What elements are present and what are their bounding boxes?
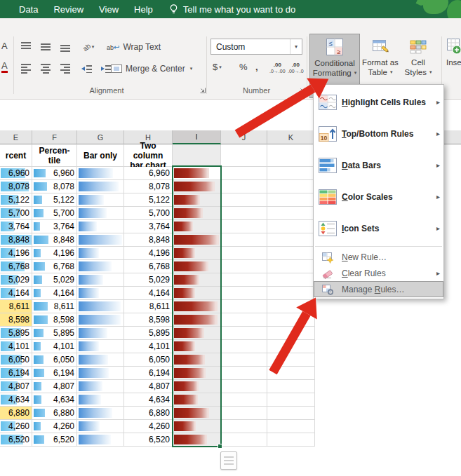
cell-two-column-value[interactable]: 5,029 (124, 273, 173, 287)
cell-percentile[interactable]: 5,895 (32, 327, 77, 340)
cell-bar-only[interactable] (77, 300, 124, 313)
cell-two-column-bar-selected[interactable] (173, 193, 221, 207)
align-center-button[interactable] (36, 60, 55, 77)
cell-percent[interactable]: 6,520 (0, 433, 32, 447)
cell-empty[interactable] (267, 367, 315, 380)
column-header-k[interactable]: K (267, 130, 315, 144)
cell-empty[interactable] (267, 180, 315, 193)
cell-bar-only[interactable] (77, 407, 124, 420)
cell-percentile[interactable]: 4,196 (32, 247, 77, 260)
merge-center-button[interactable]: Merge & Center ▾ (111, 60, 192, 77)
cell-bar-only[interactable] (77, 380, 124, 393)
cell-percentile[interactable]: 3,764 (32, 220, 77, 233)
accounting-format-button[interactable]: $▾ (213, 62, 222, 72)
cell-empty[interactable] (221, 300, 267, 313)
cell-empty[interactable] (221, 313, 267, 327)
cell-empty[interactable] (267, 247, 315, 260)
cell-percentile[interactable]: 8,598 (32, 313, 77, 327)
cell-empty[interactable] (267, 260, 315, 273)
cell-empty[interactable] (267, 300, 315, 313)
insert-cells-button[interactable]: Inse (444, 34, 461, 98)
header-two-column-bar-chart[interactable]: Two column bar chart (124, 144, 173, 167)
cell-percentile[interactable]: 4,634 (32, 393, 77, 407)
cell-percentile[interactable]: 4,164 (32, 287, 77, 300)
menu-item-color-scales[interactable]: Color Scales ▸ (314, 181, 443, 212)
cell-empty[interactable] (267, 287, 315, 300)
header-percentile[interactable]: Percen- tile (32, 144, 77, 167)
cell-percent[interactable]: 6,768 (0, 260, 32, 273)
cell-two-column-bar-selected[interactable] (173, 420, 221, 433)
cell-empty[interactable] (221, 180, 267, 193)
cell-empty[interactable] (221, 207, 267, 220)
cell-empty[interactable] (221, 193, 267, 207)
cell-percentile[interactable]: 8,611 (32, 300, 77, 313)
header-cell-k[interactable] (267, 144, 315, 167)
tab-data[interactable]: Data (11, 0, 46, 18)
menu-item-highlight-cells-rules[interactable]: Highlight Cells Rules ▸ (314, 86, 443, 118)
menu-item-new-rule[interactable]: New Rule… (314, 249, 443, 265)
cell-two-column-bar-selected[interactable] (173, 300, 221, 313)
cell-two-column-bar-selected[interactable] (173, 393, 221, 407)
cell-two-column-bar-selected[interactable] (173, 247, 221, 260)
cell-bar-only[interactable] (77, 287, 124, 300)
cell-empty[interactable] (221, 247, 267, 260)
cell-two-column-value[interactable]: 6,880 (124, 407, 173, 420)
cell-two-column-value[interactable]: 4,164 (124, 287, 173, 300)
cell-two-column-value[interactable]: 6,960 (124, 167, 173, 180)
percent-style-button[interactable]: % (239, 62, 248, 72)
cell-percent[interactable]: 4,807 (0, 380, 32, 393)
quick-analysis-button[interactable] (220, 451, 237, 470)
cell-two-column-value[interactable]: 6,194 (124, 367, 173, 380)
cell-percentile[interactable]: 8,078 (32, 180, 77, 193)
cell-percentile[interactable]: 4,260 (32, 420, 77, 433)
cell-empty[interactable] (267, 273, 315, 287)
cell-empty[interactable] (221, 327, 267, 340)
cell-empty[interactable] (267, 233, 315, 247)
column-header-e[interactable]: E (0, 130, 32, 144)
cell-two-column-value[interactable]: 4,260 (124, 420, 173, 433)
cell-bar-only[interactable] (77, 273, 124, 287)
cell-two-column-value[interactable]: 5,122 (124, 193, 173, 207)
cell-percent[interactable]: 4,164 (0, 287, 32, 300)
cell-empty[interactable] (221, 287, 267, 300)
cell-empty[interactable] (221, 380, 267, 393)
cell-empty[interactable] (267, 407, 315, 420)
cell-bar-only[interactable] (77, 247, 124, 260)
cell-two-column-bar-selected[interactable] (173, 407, 221, 420)
cell-two-column-value[interactable]: 8,848 (124, 233, 173, 247)
cell-percentile[interactable]: 5,700 (32, 207, 77, 220)
cell-bar-only[interactable] (77, 353, 124, 367)
cell-percent[interactable]: 6,960 (0, 167, 32, 180)
comma-style-button[interactable]: , (255, 62, 258, 72)
tab-help[interactable]: Help (126, 0, 161, 18)
cell-percentile[interactable]: 6,768 (32, 260, 77, 273)
cell-bar-only[interactable] (77, 233, 124, 247)
cell-two-column-value[interactable]: 6,768 (124, 260, 173, 273)
cell-empty[interactable] (267, 340, 315, 353)
menu-item-manage-rules[interactable]: Manage Rules… (314, 281, 443, 297)
cell-two-column-value[interactable]: 4,807 (124, 380, 173, 393)
cell-percent[interactable]: 6,050 (0, 353, 32, 367)
cell-percentile[interactable]: 6,194 (32, 367, 77, 380)
cell-two-column-value[interactable]: 5,895 (124, 327, 173, 340)
cell-bar-only[interactable] (77, 167, 124, 180)
cell-two-column-value[interactable]: 5,700 (124, 207, 173, 220)
cell-two-column-value[interactable]: 8,598 (124, 313, 173, 327)
cell-percent[interactable]: 3,764 (0, 220, 32, 233)
cell-empty[interactable] (267, 380, 315, 393)
cell-empty[interactable] (221, 273, 267, 287)
cell-two-column-value[interactable]: 8,611 (124, 300, 173, 313)
column-header-f[interactable]: F (32, 130, 77, 144)
cell-percentile[interactable]: 4,807 (32, 380, 77, 393)
number-format-select[interactable]: Custom ▾ (211, 39, 302, 55)
cell-empty[interactable] (221, 420, 267, 433)
cell-bar-only[interactable] (77, 393, 124, 407)
column-header-g[interactable]: G (77, 130, 124, 144)
cell-percent[interactable]: 4,196 (0, 247, 32, 260)
font-color-partial-icon[interactable]: A (1, 60, 8, 73)
cell-empty[interactable] (267, 207, 315, 220)
cell-two-column-bar-selected[interactable] (173, 233, 221, 247)
cell-two-column-value[interactable]: 4,196 (124, 247, 173, 260)
cell-percent[interactable]: 5,700 (0, 207, 32, 220)
column-header-j[interactable]: J (221, 130, 267, 144)
